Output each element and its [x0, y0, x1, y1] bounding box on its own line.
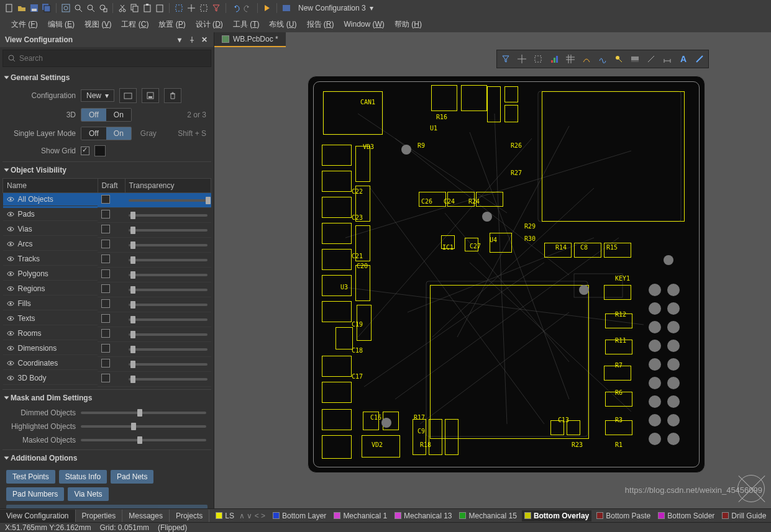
zoom-fit-icon[interactable]: [60, 2, 71, 14]
single-off[interactable]: Off: [81, 127, 106, 140]
transparency-slider[interactable]: [129, 348, 207, 351]
menu-v[interactable]: 视图 (V): [80, 17, 116, 32]
vis-row[interactable]: Rooms: [3, 327, 211, 342]
search-input[interactable]: [19, 54, 206, 63]
menu-w[interactable]: Window (W): [339, 17, 390, 31]
menu-u[interactable]: 布线 (U): [264, 17, 301, 32]
cut-icon[interactable]: [117, 2, 128, 14]
draft-checkbox[interactable]: [101, 225, 110, 233]
draft-checkbox[interactable]: [101, 240, 110, 248]
transparency-slider[interactable]: [129, 199, 207, 202]
draft-checkbox[interactable]: [101, 210, 110, 219]
pcb-canvas[interactable]: WB.PcbDoc * A: [214, 32, 771, 508]
zoom-out-icon[interactable]: [85, 2, 96, 14]
draft-checkbox[interactable]: [101, 255, 110, 263]
pcb-board[interactable]: CAN1U1R16C26C24R24U4C27R14C8R15IC1KEY1R1…: [308, 76, 705, 473]
area-select-icon[interactable]: [531, 52, 545, 66]
layer-mechanical-13[interactable]: Mechanical 13: [392, 512, 454, 520]
layer-icon[interactable]: [627, 52, 642, 66]
transparency-slider[interactable]: [129, 214, 207, 217]
dimmed-slider[interactable]: [81, 412, 206, 414]
transparency-slider[interactable]: [129, 259, 207, 261]
zoom-selection-icon[interactable]: [98, 2, 109, 14]
transparency-slider[interactable]: [129, 274, 207, 276]
transparency-slider[interactable]: [129, 363, 207, 366]
undo-icon[interactable]: [230, 2, 241, 14]
vis-row[interactable]: Dimensions: [3, 342, 211, 357]
col-transparency[interactable]: Transparency: [125, 179, 211, 193]
save-all-icon[interactable]: [41, 2, 52, 14]
pin-icon[interactable]: [188, 35, 196, 44]
menu-f[interactable]: 文件 (F): [6, 17, 43, 32]
grid-color-swatch[interactable]: [94, 145, 106, 156]
save-config-icon[interactable]: [142, 88, 159, 103]
panel-menu-icon[interactable]: ▾: [175, 35, 184, 44]
chip-pad-nets[interactable]: Pad Nets: [111, 470, 153, 484]
save-icon[interactable]: [29, 2, 40, 14]
close-icon[interactable]: ✕: [200, 35, 209, 44]
vis-row[interactable]: Tracks: [3, 253, 211, 268]
configuration-select[interactable]: New▾: [81, 89, 114, 102]
chip-all-connections[interactable]: All Connections in Single Layer Mode: [6, 505, 208, 508]
draft-checkbox[interactable]: [101, 374, 110, 382]
bottom-tab-projects[interactable]: Projects: [170, 510, 209, 522]
masked-slider[interactable]: [81, 439, 206, 441]
chip-status-info[interactable]: Status Info: [59, 470, 107, 484]
bottom-tab-properties[interactable]: Properties: [76, 510, 123, 522]
configuration-dropdown[interactable]: New Configuration 3 ▾: [293, 3, 375, 13]
zoom-in-icon[interactable]: [73, 2, 84, 14]
menu-h[interactable]: 帮助 (H): [390, 17, 427, 32]
col-name[interactable]: Name: [3, 179, 98, 193]
crosshair-icon[interactable]: [514, 52, 529, 66]
transparency-slider[interactable]: [129, 378, 207, 381]
copy-icon[interactable]: [129, 2, 140, 14]
layer-bottom-paste[interactable]: Bottom Paste: [594, 512, 653, 520]
draft-checkbox[interactable]: [101, 269, 110, 278]
section-visibility[interactable]: Object Visibility: [2, 161, 211, 178]
transparency-slider[interactable]: [129, 244, 207, 246]
draft-checkbox[interactable]: [101, 195, 110, 204]
section-mask[interactable]: Mask and Dim Settings: [2, 389, 211, 406]
bottom-tab-view-configuration[interactable]: View Configuration: [0, 510, 76, 522]
three-d-on[interactable]: On: [106, 109, 131, 121]
vis-row[interactable]: Vias: [3, 223, 211, 238]
menu-d[interactable]: 设计 (D): [191, 17, 228, 32]
grid-icon[interactable]: [563, 52, 578, 66]
select-rect-icon[interactable]: [173, 2, 185, 14]
chip-via-nets[interactable]: Via Nets: [68, 487, 108, 501]
col-draft[interactable]: Draft: [98, 179, 125, 193]
layer-bottom-overlay[interactable]: Bottom Overlay: [522, 510, 591, 521]
vis-row[interactable]: Coordinates: [3, 357, 211, 372]
highlight-icon[interactable]: [611, 52, 626, 66]
section-general[interactable]: General Settings: [2, 70, 211, 86]
text-icon[interactable]: A: [676, 52, 691, 66]
line-icon[interactable]: [692, 52, 707, 66]
vis-row[interactable]: All Objects: [3, 193, 211, 208]
transparency-slider[interactable]: [129, 318, 207, 321]
section-additional[interactable]: Additional Options: [2, 449, 211, 466]
layer-bottom-solder[interactable]: Bottom Solder: [655, 512, 717, 520]
layer-mechanical-1[interactable]: Mechanical 1: [331, 512, 390, 520]
load-config-icon[interactable]: [119, 88, 137, 103]
draft-checkbox[interactable]: [101, 284, 110, 293]
clear-filter-icon[interactable]: [211, 2, 222, 14]
chip-pad-numbers[interactable]: Pad Numbers: [6, 487, 64, 501]
paste-special-icon[interactable]: [154, 2, 165, 14]
menu-p[interactable]: 放置 (P): [153, 17, 190, 32]
route-icon[interactable]: [579, 52, 594, 66]
vis-row[interactable]: Polygons: [3, 268, 211, 282]
deselect-icon[interactable]: [198, 2, 209, 14]
panel-search[interactable]: [2, 50, 211, 67]
view-config-icon[interactable]: [281, 2, 292, 14]
layer-ls[interactable]: LS∧ ∨ < >: [213, 512, 268, 520]
delete-config-icon[interactable]: [164, 88, 181, 103]
transparency-slider[interactable]: [129, 229, 207, 232]
draft-checkbox[interactable]: [101, 359, 110, 367]
open-icon[interactable]: [16, 2, 27, 14]
new-icon[interactable]: [4, 2, 15, 14]
measure-icon[interactable]: [644, 52, 659, 66]
document-tab[interactable]: WB.PcbDoc *: [214, 32, 286, 47]
bottom-tab-messages[interactable]: Messages: [122, 510, 170, 522]
draft-checkbox[interactable]: [101, 299, 110, 308]
vis-row[interactable]: 3D Body: [3, 372, 211, 387]
